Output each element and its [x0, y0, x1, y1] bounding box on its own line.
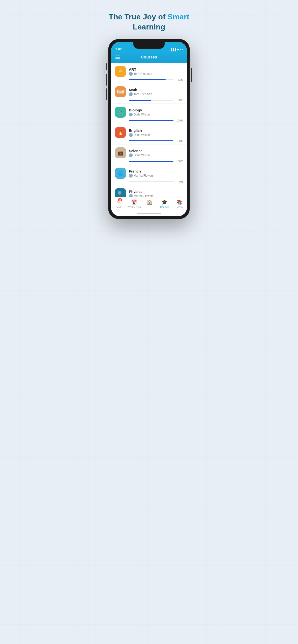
teacher-avatar-5 [129, 153, 133, 157]
nav-label-library: Library [176, 206, 183, 208]
course-item-7[interactable]: 🔍 Physics Martha Flowers 48% [111, 185, 187, 197]
nav-icon-home: 🏠 [146, 199, 153, 205]
course-item-2[interactable]: ⌨ Math Tom Friedman 50% [111, 84, 187, 104]
nav-item-home[interactable]: 🏠 [144, 199, 156, 208]
progress-pct-4: 100% [175, 140, 183, 142]
wifi-icon: ◈ [177, 48, 179, 51]
nav-label-courses: Courses [160, 206, 169, 208]
progress-bar-fill-5 [129, 161, 174, 162]
course-item-6[interactable]: 🌐 French Martha Flowers 0% [111, 165, 187, 185]
nav-label-weekly-plan: Weekly Plan [127, 206, 140, 208]
phone-screen: 7:07 ▐▐▐ ◈ ▭ Courses ⚛ [111, 42, 187, 216]
page-headline: The True Joy of Smart Learning [109, 12, 189, 32]
bottom-nav: ✉ 11 Mail 📅 Weekly Plan 🏠 🎓 Courses 📚 Li… [111, 197, 187, 211]
battery-icon: ▭ [180, 48, 183, 51]
progress-pct-6: 0% [175, 180, 183, 183]
progress-bar-bg-1 [129, 79, 174, 80]
course-teacher-2: Tom Friedman [129, 92, 183, 96]
progress-pct-5: 100% [175, 160, 183, 163]
nav-item-weekly-plan[interactable]: 📅 Weekly Plan [127, 199, 140, 208]
mute-button [106, 63, 107, 70]
power-button [191, 68, 192, 82]
course-icon-4: 🔥 [115, 127, 126, 138]
course-item-3[interactable]: 🚲 Biology Doris Wilson 100% [111, 104, 187, 124]
volume-up-button [106, 74, 107, 86]
course-teacher-7: Martha Flowers [129, 194, 183, 198]
progress-bar-bg-2 [129, 100, 174, 100]
progress-pct-2: 50% [175, 99, 183, 102]
course-name-6: French [129, 169, 183, 173]
status-time: 7:07 [115, 48, 122, 51]
phone-frame: 7:07 ▐▐▐ ◈ ▭ Courses ⚛ [108, 39, 190, 219]
course-name-5: Science [129, 149, 183, 153]
nav-icon-library: 📚 [176, 199, 182, 205]
progress-pct-1: 83% [175, 78, 183, 81]
course-name-2: Math [129, 88, 183, 92]
header-title: Courses [141, 55, 157, 60]
headline-text1: The True Joy of [109, 12, 168, 21]
progress-pct-3: 100% [175, 119, 183, 122]
volume-down-button [106, 88, 107, 100]
teacher-avatar-2 [129, 92, 133, 96]
nav-icon-courses: 🎓 [162, 199, 168, 205]
course-list: ⚛ ART Tom Friedman 83% ⌨ Math Tom Fr [111, 63, 187, 197]
course-item-5[interactable]: 💼 Science Doris Wilson 100% [111, 144, 187, 165]
course-item-1[interactable]: ⚛ ART Tom Friedman 83% [111, 63, 187, 84]
teacher-avatar-6 [129, 174, 133, 178]
course-name-4: English [129, 128, 183, 132]
course-name-7: Physics [129, 190, 183, 194]
nav-icon-weekly-plan: 📅 [131, 199, 137, 205]
headline-highlight: Smart [168, 12, 189, 21]
course-name-3: Biology [129, 108, 183, 112]
teacher-avatar-4 [129, 133, 133, 137]
progress-bar-fill-2 [129, 100, 151, 100]
nav-badge-mail: 11 [118, 198, 122, 201]
course-icon-2: ⌨ [115, 86, 126, 97]
nav-item-mail[interactable]: ✉ 11 Mail [112, 199, 124, 208]
course-icon-5: 💼 [115, 147, 126, 158]
course-teacher-1: Tom Friedman [129, 72, 183, 76]
menu-line-1 [115, 56, 120, 56]
course-icon-6: 🌐 [115, 168, 126, 179]
progress-bar-fill-4 [129, 140, 174, 141]
course-teacher-3: Doris Wilson [129, 112, 183, 116]
nav-item-courses[interactable]: 🎓 Courses [159, 199, 171, 208]
status-icons: ▐▐▐ ◈ ▭ [170, 48, 183, 51]
teacher-avatar-3 [129, 112, 133, 116]
course-teacher-6: Martha Flowers [129, 174, 183, 178]
course-icon-1: ⚛ [115, 66, 126, 77]
course-item-4[interactable]: 🔥 English Doris Wilson 100% [111, 124, 187, 144]
home-bar [137, 213, 161, 214]
nav-item-library[interactable]: 📚 Library [174, 199, 186, 208]
progress-bar-bg-5 [129, 161, 174, 162]
progress-bar-bg-6 [129, 181, 174, 182]
phone-notch [133, 42, 165, 49]
page-wrapper: The True Joy of Smart Learning 7:07 ▐▐▐ … [82, 5, 216, 226]
progress-bar-fill-1 [129, 79, 166, 80]
app-header: Courses [111, 52, 187, 63]
course-icon-7: 🔍 [115, 188, 126, 197]
course-teacher-5: Doris Wilson [129, 153, 183, 157]
menu-line-2 [115, 57, 120, 58]
progress-bar-bg-4 [129, 140, 174, 141]
progress-bar-fill-3 [129, 120, 174, 121]
course-teacher-4: Doris Wilson [129, 133, 183, 137]
signal-icon: ▐▐▐ [170, 48, 176, 51]
course-name-1: ART [129, 67, 183, 72]
headline-text2: Learning [133, 22, 165, 31]
nav-icon-mail: ✉ 11 [117, 199, 121, 205]
menu-line-3 [115, 58, 120, 59]
home-indicator [111, 211, 187, 216]
course-icon-3: 🚲 [115, 106, 126, 118]
nav-label-mail: Mail [116, 206, 121, 208]
progress-bar-bg-3 [129, 120, 174, 121]
teacher-avatar-1 [129, 72, 133, 76]
hamburger-menu[interactable] [115, 56, 120, 59]
teacher-avatar-7 [129, 194, 133, 198]
